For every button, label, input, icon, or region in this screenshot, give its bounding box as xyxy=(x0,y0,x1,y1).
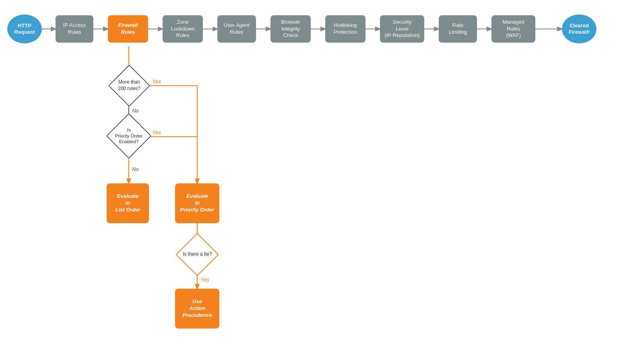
http-request-node: HTTP Request xyxy=(7,14,42,43)
cleared-firewall-node: Cleared Firewall! xyxy=(562,14,597,43)
security-level-node: Security Level (IP Reputation) xyxy=(380,15,424,43)
no-label-1: No xyxy=(132,108,139,114)
zone-lockdown-node: Zone Lockdown Rules xyxy=(163,15,203,43)
evaluate-priority-order-node: Evaluate in Priority Order xyxy=(175,183,219,223)
priority-order-enabled-diamond: IsPriority OrderEnabled? xyxy=(101,120,156,152)
no-label-2: No xyxy=(132,166,139,172)
rate-limiting-node: Rate Limiting xyxy=(439,15,477,43)
browser-integrity-node: Browser Integrity Check xyxy=(270,15,311,43)
use-action-precedence-node: Use Action Precedence xyxy=(175,289,219,329)
is-tie-diamond: Is there a tie? xyxy=(169,240,225,269)
evaluate-list-order-node: Evaluate in List Order xyxy=(107,183,149,223)
flowchart-svg: No Yes No Yes Yes xyxy=(0,0,644,345)
more-than-200-diamond: More than200 rules? xyxy=(105,72,153,100)
yes-label-3: Yes xyxy=(200,277,209,283)
hotlinking-node: Hotlinking Protection xyxy=(325,15,365,43)
user-agent-node: User Agent Rules xyxy=(217,15,256,43)
firewall-rules-node: Firewall Rules xyxy=(108,15,148,43)
ip-access-rules-node: IP Access Rules xyxy=(56,15,93,43)
flowchart-diagram: No Yes No Yes Yes HTTP Request IP Access… xyxy=(0,0,644,345)
managed-rules-node: Managed Rules (WAF) xyxy=(491,15,535,43)
yes-label-1: Yes xyxy=(152,78,161,84)
